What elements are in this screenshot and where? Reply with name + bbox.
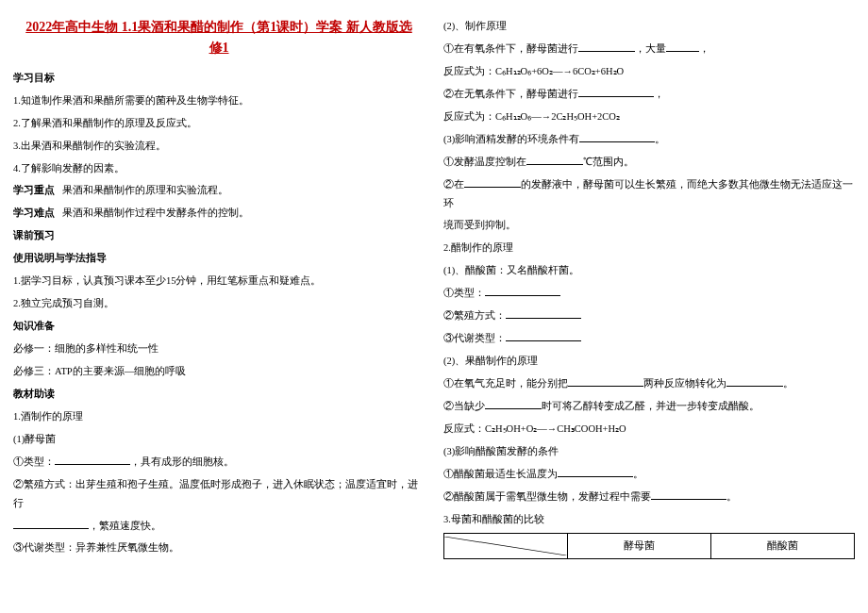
guide-2: 2.独立完成预习自测。 — [13, 294, 425, 313]
vinegar-heading: 2.醋制作的原理 — [443, 239, 855, 257]
env-cond: (3)影响酒精发酵的环境条件有。 — [443, 130, 855, 149]
heading-goals: 学习目标 — [13, 69, 425, 88]
blank-aerobic-1 — [578, 40, 635, 52]
aceto-o2: ②醋酸菌属于需氧型微生物，发酵过程中需要。 — [443, 488, 855, 506]
yeast-reproduce: ②繁殖方式：出芽生殖和孢子生殖。温度低时形成孢子，进入休眠状态；温度适宜时，进行 — [13, 475, 425, 513]
yeast-metabolism: ③代谢类型：异养兼性厌氧微生物。 — [13, 538, 425, 557]
aceto-cond: (3)影响醋酸菌发酵的条件 — [443, 442, 855, 461]
heading-focus: 学习重点 — [13, 185, 55, 195]
compare-table: 酵母菌 醋酸菌 — [443, 533, 855, 559]
vinegar-principle: (2)、果醋制作的原理 — [443, 352, 855, 371]
blank-aceto-type — [485, 284, 560, 296]
heading-prep: 知识准备 — [13, 317, 425, 336]
blank-env — [579, 130, 655, 142]
goal-1: 1.知道制作果酒和果醋所需要的菌种及生物学特征。 — [13, 91, 425, 110]
goal-4: 4.了解影响发酵的因素。 — [13, 159, 425, 178]
col-aceto: 醋酸菌 — [710, 533, 854, 558]
aceto-heading: (1)、醋酸菌：又名醋酸杆菌。 — [443, 261, 855, 280]
right-column: (2)、制作原理 ①在有氧条件下，酵母菌进行，大量， 反应式为：C₆H₁₂O₆+… — [443, 17, 855, 561]
temp-range: ①发酵温度控制在℃范围内。 — [443, 153, 855, 172]
yeast-heading: (1)酵母菌 — [13, 430, 425, 449]
row-difficulty: 学习难点 果酒和果醋制作过程中发酵条件的控制。 — [13, 204, 425, 223]
aerobic-eq: 反应式为：C₆H₁₂O₆+6O₂—→6CO₂+6H₂O — [443, 62, 855, 81]
goal-2: 2.了解果酒和果醋制作的原理及反应式。 — [13, 114, 425, 133]
yeast-reproduce-blank: ，繁殖速度快。 — [13, 517, 425, 536]
blank-anaerobic — [578, 85, 654, 97]
wine-heading: 1.酒制作的原理 — [13, 407, 425, 426]
lack: ②当缺少时可将乙醇转变成乙醛，并进一步转变成醋酸。 — [443, 397, 855, 416]
guide-1: 1.据学习目标，认真预习课本至少15分钟，用红笔标重点和疑难点。 — [13, 272, 425, 290]
yeast-type: ①类型：，具有成形的细胞核。 — [13, 453, 425, 472]
heading-preclass: 课前预习 — [13, 226, 425, 245]
anaerobic-eq: 反应式为：C₆H₁₂O₆—→2C₂H₅OH+2CO₂ — [443, 108, 855, 126]
anaerobic: ②在无氧条件下，酵母菌进行， — [443, 85, 855, 104]
diagonal-cell — [444, 537, 567, 555]
blank-temp — [526, 153, 583, 165]
prep-1: 必修一：细胞的多样性和统一性 — [13, 340, 425, 358]
blank-aceto-temp — [558, 465, 633, 477]
aceto-type: ①类型： — [443, 284, 855, 303]
goal-3: 3.出果酒和果醋制作的实验流程。 — [13, 137, 425, 156]
blank-aceto-met — [506, 329, 581, 341]
compare-heading: 3.母菌和醋酸菌的比较 — [443, 510, 855, 529]
prep-2: 必修三：ATP的主要来源—细胞的呼吸 — [13, 362, 425, 381]
document-title: 2022年高中生物 1.1果酒和果醋的制作（第1课时）学案 新人教版选 修1 — [13, 17, 425, 59]
heading-difficulty: 学习难点 — [13, 207, 55, 218]
make-principle: (2)、制作原理 — [443, 17, 855, 36]
svg-line-0 — [444, 537, 567, 555]
left-column: 2022年高中生物 1.1果酒和果醋的制作（第1课时）学案 新人教版选 修1 学… — [13, 17, 425, 561]
blank-lack — [485, 397, 542, 409]
aceto-reproduce: ②繁殖方式： — [443, 306, 855, 325]
aerobic: ①在有氧条件下，酵母菌进行，大量， — [443, 40, 855, 58]
ferment-liquid: ②在的发酵液中，酵母菌可以生长繁殖，而绝大多数其他微生物无法适应这一环 — [443, 175, 855, 213]
blank-yeast-type — [55, 453, 130, 465]
aceto-metab: ③代谢类型： — [443, 329, 855, 348]
col-yeast: 酵母菌 — [567, 533, 710, 558]
focus-content: 果酒和果醋制作的原理和实验流程。 — [62, 185, 228, 195]
blank-reproduce — [13, 517, 89, 529]
aceto-temp: ①醋酸菌最适生长温度为。 — [443, 465, 855, 484]
blank-aerobic-2 — [666, 40, 699, 52]
heading-guide: 使用说明与学法指导 — [13, 249, 425, 268]
ferment-liquid-2: 境而受到抑制。 — [443, 216, 855, 235]
blank-aceto-rep — [506, 306, 581, 319]
blank-o2-1 — [568, 374, 643, 387]
difficulty-content: 果酒和果醋制作过程中发酵条件的控制。 — [62, 207, 249, 218]
row-focus: 学习重点 果酒和果醋制作的原理和实验流程。 — [13, 181, 425, 200]
vinegar-eq: 反应式：C₂H₅OH+O₂—→CH₃COOH+H₂O — [443, 420, 855, 439]
blank-liquid — [464, 175, 521, 188]
blank-o2-2 — [726, 374, 783, 387]
oxygen-full: ①在氧气充足时，能分别把两种反应物转化为。 — [443, 374, 855, 393]
heading-textbook: 教材助读 — [13, 385, 425, 404]
blank-aceto-o2 — [651, 488, 726, 500]
